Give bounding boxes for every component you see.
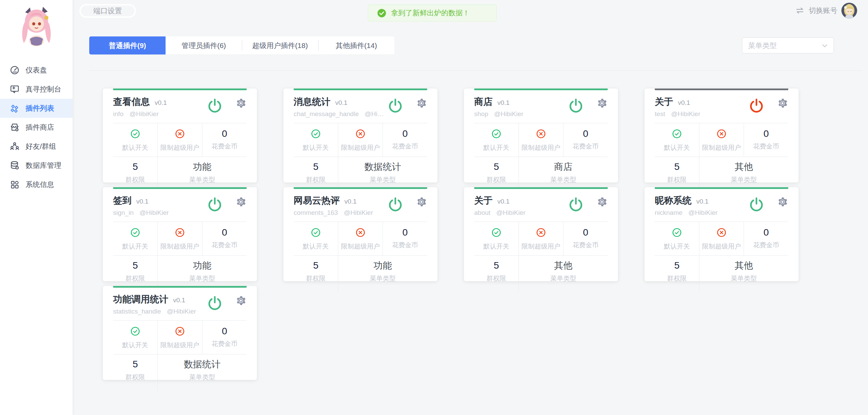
power-toggle-button[interactable]	[568, 196, 584, 212]
stat-value-menu-type: 功能	[158, 161, 247, 172]
plugin-card-titles: 昵称系统 v0.1 nickname @HibiKier	[655, 192, 748, 217]
power-toggle-button[interactable]	[207, 295, 223, 311]
sidebar-item-system[interactable]: 系统信息	[0, 175, 73, 194]
plugin-version: v0.1	[335, 99, 347, 107]
menu-type-select[interactable]: 菜单类型	[742, 37, 834, 53]
sidebar-item-store[interactable]: 插件商店	[0, 118, 73, 137]
x-circle-icon	[536, 227, 546, 238]
plugin-tab[interactable]: 普通插件(9)	[89, 36, 166, 54]
stat-value-menu-type: 功能	[158, 260, 247, 271]
plugin-title: 签到	[113, 194, 131, 207]
plugin-author: @HibiKier	[129, 110, 159, 117]
plugin-settings-button[interactable]	[777, 196, 788, 208]
stat-value-cost-gold: 0	[744, 227, 788, 238]
stat-label-group-permission: 群权限	[655, 274, 699, 283]
sidebar-item-friends[interactable]: 好友/群组	[0, 137, 73, 156]
switch-account-label: 切换账号	[809, 6, 837, 15]
port-settings-button[interactable]: 端口设置	[79, 4, 136, 18]
user-avatar-image	[841, 3, 857, 18]
sidebar-item-plugins[interactable]: 插件列表	[0, 99, 73, 118]
power-toggle-button[interactable]	[207, 196, 223, 212]
x-circle-icon	[355, 129, 366, 139]
plugin-settings-button[interactable]	[596, 196, 608, 208]
plugin-settings-button[interactable]	[416, 196, 427, 208]
plugin-card-header: 签到 v0.1 sign_in @HibiKier	[113, 187, 247, 222]
stat-label-group-permission: 群权限	[655, 175, 699, 184]
stat-limit-superuser: 限制超级用户	[157, 222, 202, 255]
power-toggle-button[interactable]	[207, 98, 223, 114]
power-toggle-button[interactable]	[748, 98, 764, 114]
stat-limit-superuser: 限制超级用户	[699, 222, 744, 255]
sidebar-item-database[interactable]: 数据库管理	[0, 156, 73, 175]
stat-label-limit-superuser: 限制超级用户	[338, 143, 383, 152]
gear-icon	[235, 295, 247, 306]
stat-cost-gold: 0 花费金币	[202, 222, 247, 255]
plugin-card-header: 昵称系统 v0.1 nickname @HibiKier	[655, 187, 788, 222]
stat-label-cost-gold: 花费金币	[563, 142, 608, 151]
switch-account-button[interactable]: 切换账号	[795, 2, 857, 19]
stat-label-limit-superuser: 限制超级用户	[338, 242, 383, 251]
power-toggle-button[interactable]	[748, 196, 764, 212]
plugin-stats: 默认开关 限制超级用户 0 花费金币 5 群权限	[294, 123, 427, 193]
stat-value-group-permission: 5	[113, 359, 157, 370]
stat-value-cost-gold: 0	[202, 129, 247, 139]
plugin-tab-label: 超级用户插件(18)	[252, 41, 308, 50]
check-circle-icon	[130, 227, 140, 238]
power-icon	[748, 98, 764, 114]
plugin-stats: 默认开关 限制超级用户 0 花费金币 5 群权限	[113, 320, 247, 390]
stat-value-group-permission: 5	[655, 260, 699, 271]
sidebar-item-label: 仪表盘	[26, 65, 47, 75]
stat-limit-superuser: 限制超级用户	[518, 123, 563, 157]
swap-arrows-icon	[795, 6, 805, 15]
menu-type-placeholder: 菜单类型	[748, 41, 821, 50]
plugin-card-titles: 查看信息 v0.1 info @HibiKier	[113, 94, 207, 118]
friends-icon	[10, 141, 20, 151]
stat-value-cost-gold: 0	[202, 227, 247, 238]
plugin-settings-button[interactable]	[596, 97, 608, 109]
user-avatar[interactable]	[841, 3, 857, 18]
plugin-settings-button[interactable]	[235, 97, 247, 109]
plugin-package-name: statistics_handle	[113, 308, 161, 315]
stat-label-default-switch: 默认开关	[113, 341, 157, 350]
stat-value-group-permission: 5	[113, 161, 157, 172]
stat-label-menu-type: 菜单类型	[338, 175, 427, 184]
plugin-tab[interactable]: 管理员插件(6)	[166, 36, 242, 54]
gauge-icon	[10, 65, 20, 75]
sidebar-item-label: 系统信息	[26, 180, 54, 189]
stat-value-group-permission: 5	[474, 161, 518, 172]
check-circle-icon	[311, 129, 321, 139]
toast-message: 拿到了新鲜出炉的数据！	[391, 8, 470, 18]
sidebar-item-gauge[interactable]: 仪表盘	[0, 61, 73, 80]
sidebar-item-console[interactable]: 真寻控制台	[0, 80, 73, 99]
plugin-package-name: about	[474, 209, 491, 216]
plugin-title: 功能调用统计	[113, 293, 168, 305]
plugin-tab[interactable]: 超级用户插件(18)	[242, 36, 318, 54]
plugin-stats: 默认开关 限制超级用户 0 花费金币 5 群权限	[113, 123, 247, 193]
power-toggle-button[interactable]	[387, 98, 403, 114]
plugin-version: v0.1	[136, 198, 149, 205]
stat-label-cost-gold: 花费金币	[744, 241, 788, 250]
plugin-author: @HibiKier	[140, 209, 169, 216]
plugin-version: v0.1	[155, 99, 167, 107]
plugin-stats: 默认开关 限制超级用户 0 花费金币 5 群权限	[474, 222, 608, 292]
plugin-card-titles: 商店 v0.1 shop @HibiKier	[474, 94, 568, 118]
plugin-settings-button[interactable]	[235, 295, 247, 306]
stat-label-menu-type: 菜单类型	[338, 274, 427, 283]
plugin-settings-button[interactable]	[416, 97, 427, 109]
stat-value-cost-gold: 0	[563, 227, 608, 238]
plugin-settings-button[interactable]	[777, 97, 788, 109]
chevron-down-icon	[821, 42, 829, 50]
plugin-settings-button[interactable]	[235, 196, 247, 208]
database-icon	[10, 160, 20, 171]
check-circle-icon	[130, 326, 140, 336]
stat-label-default-switch: 默认开关	[655, 143, 699, 152]
plugin-tab[interactable]: 其他插件(14)	[318, 36, 394, 54]
gear-icon	[596, 196, 608, 208]
store-icon	[10, 122, 20, 132]
gear-icon	[416, 196, 427, 208]
power-toggle-button[interactable]	[387, 196, 403, 212]
plugin-package-name: chat_message_handle	[294, 110, 359, 117]
gear-icon	[416, 97, 427, 109]
system-icon	[10, 179, 20, 190]
power-toggle-button[interactable]	[568, 98, 584, 114]
